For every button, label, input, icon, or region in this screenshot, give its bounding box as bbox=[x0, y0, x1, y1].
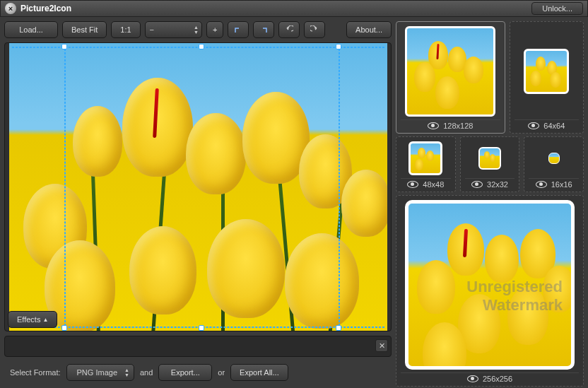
rotate-right-button[interactable] bbox=[253, 21, 274, 38]
redo-button[interactable] bbox=[304, 21, 325, 38]
minus-icon[interactable]: − bbox=[146, 25, 158, 34]
eye-icon bbox=[528, 122, 539, 129]
close-panel-icon[interactable]: ✕ bbox=[375, 339, 388, 352]
toolbar: Load... Best Fit 1:1 − ▲▼ + About... bbox=[4, 21, 392, 38]
footer-bar: Select Format: PNG Image ▲▼ and Export..… bbox=[4, 361, 392, 384]
eye-icon bbox=[467, 375, 478, 382]
thumb-128 bbox=[405, 26, 495, 117]
preview-16[interactable]: 16x16 bbox=[524, 136, 584, 192]
undo-button[interactable] bbox=[278, 21, 300, 38]
or-label: or bbox=[218, 368, 225, 377]
effects-panel: ✕ bbox=[4, 336, 392, 357]
about-button[interactable]: About... bbox=[346, 21, 392, 38]
chevron-up-icon[interactable]: ▲ bbox=[194, 25, 199, 30]
app-title: Picture2Icon bbox=[20, 4, 71, 13]
preview-64[interactable]: 64x64 bbox=[510, 21, 584, 134]
preview-32[interactable]: 32x32 bbox=[460, 136, 520, 192]
export-button[interactable]: Export... bbox=[158, 364, 212, 381]
unlock-button[interactable]: Unlock... bbox=[531, 2, 583, 15]
rotate-left-button[interactable] bbox=[228, 21, 249, 38]
eye-icon bbox=[536, 181, 547, 188]
eye-icon bbox=[407, 181, 418, 188]
select-format-label: Select Format: bbox=[10, 368, 61, 377]
format-select[interactable]: PNG Image ▲▼ bbox=[66, 364, 134, 381]
titlebar: × Picture2Icon Unlock... bbox=[0, 0, 588, 17]
load-button[interactable]: Load... bbox=[4, 21, 58, 38]
canvas-area: Effects ▲ bbox=[4, 42, 392, 331]
export-all-button[interactable]: Export All... bbox=[230, 364, 288, 381]
close-icon[interactable]: × bbox=[5, 3, 16, 14]
thumb-64 bbox=[524, 49, 569, 94]
eye-icon bbox=[428, 122, 439, 129]
effects-button[interactable]: Effects ▲ bbox=[8, 311, 57, 328]
preview-48[interactable]: 48x48 bbox=[396, 136, 456, 192]
image-canvas[interactable] bbox=[9, 42, 387, 331]
thumb-48 bbox=[408, 141, 442, 175]
preview-128[interactable]: 128x128 bbox=[396, 21, 505, 134]
and-label: and bbox=[140, 368, 153, 377]
zoom-spinner[interactable]: − ▲▼ bbox=[145, 21, 202, 38]
thumb-16 bbox=[548, 153, 560, 164]
bestfit-button[interactable]: Best Fit bbox=[62, 21, 107, 38]
chevron-up-icon: ▲ bbox=[43, 317, 49, 323]
chevron-down-icon[interactable]: ▼ bbox=[194, 30, 199, 35]
thumb-32 bbox=[478, 147, 501, 170]
preview-256[interactable]: UnregisteredWatermark 256x256 bbox=[396, 195, 584, 387]
format-value: PNG Image bbox=[77, 368, 117, 377]
thumb-256: UnregisteredWatermark bbox=[405, 200, 575, 370]
eye-icon bbox=[471, 181, 483, 188]
onetoone-button[interactable]: 1:1 bbox=[111, 21, 140, 38]
plus-button[interactable]: + bbox=[206, 21, 223, 38]
